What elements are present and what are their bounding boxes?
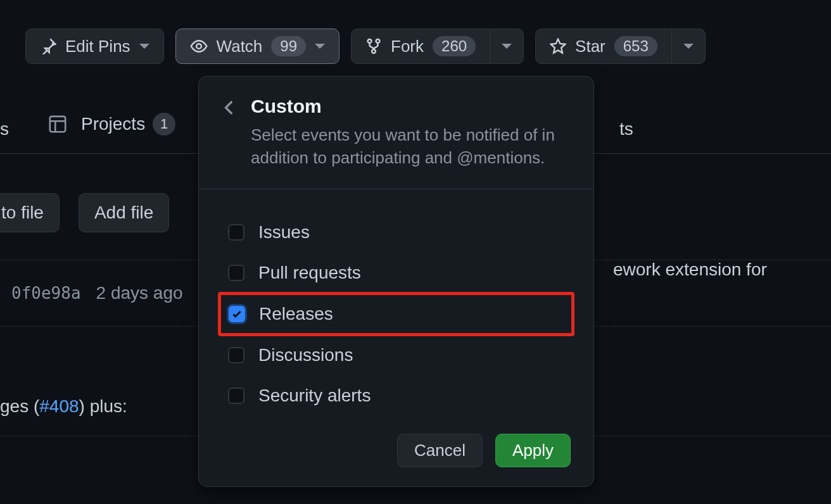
checkbox-icon — [228, 347, 244, 363]
checkbox-security-alerts[interactable]: Security alerts — [222, 375, 571, 416]
releases-highlight: Releases — [218, 292, 574, 336]
back-arrow-icon[interactable] — [222, 99, 238, 116]
tab-projects[interactable]: Projects 1 — [81, 113, 175, 135]
security-alerts-label: Security alerts — [258, 386, 371, 406]
checkbox-pull-requests[interactable]: Pull requests — [222, 253, 571, 293]
add-file-button[interactable]: Add file — [79, 193, 169, 232]
add-file-label: Add file — [94, 203, 153, 222]
panel-title: Custom — [251, 96, 571, 117]
commit-time: 2 days ago — [96, 283, 183, 303]
go-to-file-button[interactable]: to file — [0, 193, 60, 232]
caret-down-icon — [683, 44, 694, 49]
watch-button[interactable]: Watch 99 — [175, 28, 339, 64]
fork-icon — [365, 38, 382, 54]
caret-down-icon — [502, 44, 512, 49]
watch-label: Watch — [217, 37, 263, 56]
edit-pins-button[interactable]: Edit Pins — [25, 28, 164, 64]
star-count: 653 — [614, 36, 657, 56]
fork-label: Fork — [391, 37, 424, 56]
releases-label: Releases — [259, 304, 333, 324]
fork-dropdown-button[interactable] — [490, 28, 524, 64]
fork-button[interactable]: Fork 260 — [351, 28, 490, 64]
panel-description: Select events you want to be notified of… — [251, 123, 571, 170]
watch-custom-panel: Custom Select events you want to be noti… — [198, 76, 594, 487]
svg-point-0 — [196, 44, 201, 49]
star-dropdown-button[interactable] — [672, 28, 706, 64]
svg-point-2 — [376, 39, 380, 43]
discussions-label: Discussions — [258, 345, 353, 365]
issue-prefix: ges ( — [0, 396, 39, 416]
issue-suffix: ) plus: — [79, 396, 127, 416]
star-button[interactable]: Star 653 — [535, 28, 672, 64]
projects-icon — [48, 115, 67, 134]
apply-label: Apply — [512, 441, 554, 460]
caret-down-icon — [315, 44, 325, 49]
pin-icon — [40, 38, 56, 54]
pull-requests-label: Pull requests — [258, 263, 361, 283]
star-icon — [550, 38, 566, 54]
projects-label: Projects — [81, 114, 145, 134]
checkbox-icon — [228, 387, 244, 404]
cancel-button[interactable]: Cancel — [397, 434, 483, 467]
issue-link[interactable]: #408 — [39, 396, 79, 416]
checkbox-issues[interactable]: Issues — [222, 212, 571, 253]
projects-count: 1 — [153, 113, 175, 135]
checkbox-releases[interactable]: Releases — [229, 301, 564, 327]
svg-point-1 — [368, 39, 372, 43]
about-fragment: ework extension for — [613, 257, 822, 282]
watch-count: 99 — [271, 36, 306, 56]
checkbox-discussions[interactable]: Discussions — [222, 335, 571, 375]
checkbox-checked-icon — [229, 306, 245, 322]
cancel-label: Cancel — [414, 441, 466, 460]
commit-hash[interactable]: 0f0e98a — [11, 284, 81, 303]
edit-pins-label: Edit Pins — [65, 37, 130, 56]
checkbox-icon — [228, 224, 244, 241]
caret-down-icon — [139, 44, 149, 49]
to-file-label: to file — [1, 203, 44, 222]
star-label: Star — [575, 37, 606, 56]
issues-label: Issues — [258, 222, 310, 243]
svg-point-3 — [372, 49, 376, 53]
eye-icon — [190, 37, 208, 55]
svg-rect-4 — [50, 117, 65, 132]
apply-button[interactable]: Apply — [495, 434, 571, 467]
fork-count: 260 — [433, 36, 476, 56]
checkbox-icon — [228, 265, 244, 281]
